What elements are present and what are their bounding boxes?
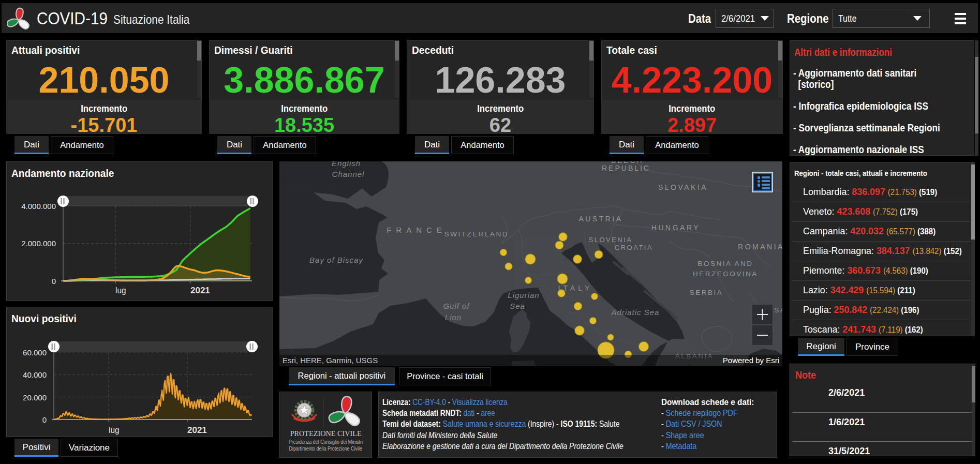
svg-text:Adriatic Sea: Adriatic Sea <box>611 308 660 317</box>
svg-text:Ligurian: Ligurian <box>508 291 539 300</box>
svg-text:Gulf of: Gulf of <box>443 302 470 310</box>
svg-text:SERBIA: SERBIA <box>690 289 723 296</box>
svg-text:REPUBLIC: REPUBLIC <box>602 164 650 172</box>
svg-text:Bay of Biscay: Bay of Biscay <box>309 256 363 264</box>
svg-text:CROATIA: CROATIA <box>615 244 653 251</box>
svg-text:Sea: Sea <box>510 302 525 310</box>
svg-text:English: English <box>332 161 361 168</box>
svg-text:SAR: SAR <box>774 306 782 314</box>
svg-text:BOSNIA AND: BOSNIA AND <box>698 260 753 267</box>
svg-text:Esri, HERE, Garmin, USGS: Esri, HERE, Garmin, USGS <box>283 356 378 365</box>
svg-text:SWITZERLAND: SWITZERLAND <box>444 230 509 238</box>
svg-text:SLOVAKIA: SLOVAKIA <box>658 183 708 191</box>
svg-text:HUNGARY: HUNGARY <box>651 223 700 232</box>
svg-text:FRANCE: FRANCE <box>387 226 447 234</box>
svg-text:Lion: Lion <box>445 313 462 322</box>
svg-text:ROMANIA: ROMANIA <box>738 243 782 251</box>
svg-text:SLOVENIA: SLOVENIA <box>588 236 632 244</box>
svg-text:HERZEGOVINA: HERZEGOVINA <box>693 270 758 278</box>
svg-text:Channel: Channel <box>332 170 365 178</box>
svg-text:Powered by Esri: Powered by Esri <box>723 356 779 365</box>
svg-text:AUSTRIA: AUSTRIA <box>578 215 622 223</box>
